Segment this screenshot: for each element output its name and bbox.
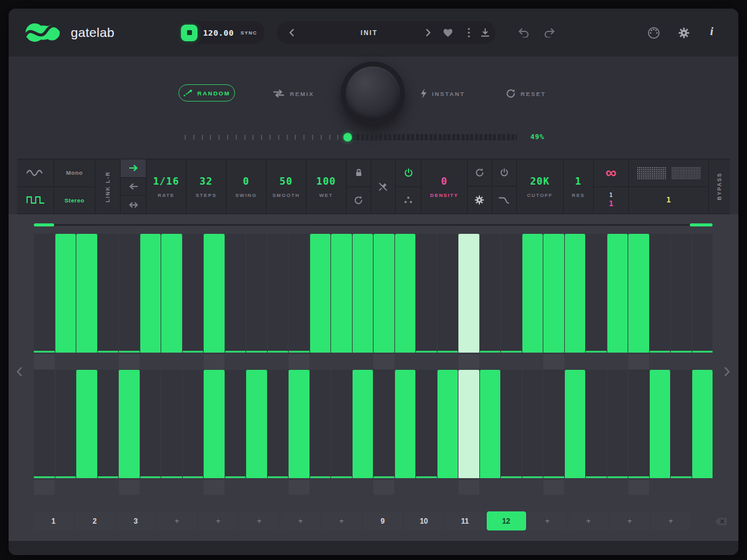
step-right-22[interactable] xyxy=(480,370,501,478)
square-wave-button[interactable] xyxy=(17,186,54,214)
step-right-25[interactable] xyxy=(543,370,564,478)
beat-marker[interactable] xyxy=(34,480,55,495)
step-left-1[interactable] xyxy=(34,234,55,353)
step-left-14[interactable] xyxy=(310,234,331,353)
link-lr-cell[interactable]: LINK L-R xyxy=(95,159,121,214)
pattern-button-2[interactable]: 2 xyxy=(75,511,114,530)
step-left-16[interactable] xyxy=(353,234,374,353)
page-right-button[interactable] xyxy=(722,366,731,378)
trigger-cell[interactable] xyxy=(371,159,396,214)
pattern-button-4[interactable]: + xyxy=(158,511,197,530)
step-right-18[interactable] xyxy=(395,370,416,478)
step-right-10[interactable] xyxy=(225,370,246,478)
step-left-27[interactable] xyxy=(586,234,607,353)
step-left-32[interactable] xyxy=(692,234,713,353)
noise-pattern-b-button[interactable] xyxy=(671,167,701,179)
step-right-20[interactable] xyxy=(437,370,458,478)
steps-cell[interactable]: 32 STEPS xyxy=(186,159,226,214)
step-right-21[interactable] xyxy=(458,370,479,478)
favorite-button[interactable] xyxy=(442,26,454,39)
filter-loop-button[interactable] xyxy=(468,159,492,186)
step-left-30[interactable] xyxy=(650,234,671,353)
rate-cell[interactable]: 1/16 RATE xyxy=(146,159,186,214)
pattern-button-10[interactable]: 10 xyxy=(404,511,444,530)
save-preset-button[interactable] xyxy=(479,26,491,39)
step-right-11[interactable] xyxy=(246,370,267,478)
play-stop-button[interactable] xyxy=(181,25,198,41)
pattern-button-8[interactable]: + xyxy=(322,511,361,530)
beat-marker[interactable] xyxy=(34,354,55,369)
step-right-27[interactable] xyxy=(586,370,607,478)
step-left-3[interactable] xyxy=(76,234,97,353)
stereo-button[interactable]: Stereo xyxy=(54,186,95,214)
pattern-button-5[interactable]: + xyxy=(199,511,238,530)
pattern-button-12[interactable]: 12 xyxy=(487,511,526,530)
filter-envelope-button[interactable] xyxy=(492,186,517,214)
step-left-13[interactable] xyxy=(289,234,310,353)
pattern-button-1[interactable]: 1 xyxy=(34,511,73,530)
step-left-26[interactable] xyxy=(565,234,586,353)
step-left-7[interactable] xyxy=(161,234,182,353)
density-cell[interactable]: 0 DENSITY xyxy=(421,159,468,214)
step-right-30[interactable] xyxy=(650,370,671,478)
page-left-button[interactable] xyxy=(15,366,23,378)
step-left-21[interactable] xyxy=(458,234,479,353)
beat-marker[interactable] xyxy=(374,480,394,495)
pattern-button-13[interactable]: + xyxy=(528,511,567,530)
beat-marker[interactable] xyxy=(289,480,310,495)
step-right-2[interactable] xyxy=(55,370,76,478)
bypass-cell[interactable]: BYPASS xyxy=(709,159,730,214)
step-left-29[interactable] xyxy=(628,234,649,353)
step-left-10[interactable] xyxy=(225,234,246,353)
midi-settings-button[interactable] xyxy=(647,26,660,39)
bpm-display[interactable]: 120.00 xyxy=(203,28,234,38)
beat-marker[interactable] xyxy=(204,354,225,369)
step-right-31[interactable] xyxy=(671,370,692,478)
beat-marker[interactable] xyxy=(458,354,479,369)
randomness-slider[interactable] xyxy=(185,132,517,143)
step-left-19[interactable] xyxy=(416,234,437,353)
infinity-button[interactable]: ∞ xyxy=(594,159,628,186)
step-right-28[interactable] xyxy=(607,370,628,478)
sine-wave-button[interactable] xyxy=(17,159,54,186)
remix-mode-button[interactable]: REMIX xyxy=(273,88,314,99)
step-left-11[interactable] xyxy=(246,234,267,353)
reset-button[interactable]: RESET xyxy=(506,88,546,99)
preset-next-button[interactable] xyxy=(422,26,434,39)
step-left-6[interactable] xyxy=(140,234,161,353)
delete-pattern-button[interactable] xyxy=(714,516,727,526)
pattern-button-3[interactable]: 3 xyxy=(116,511,156,530)
step-right-8[interactable] xyxy=(183,370,204,478)
beat-marker[interactable] xyxy=(458,480,479,495)
step-left-15[interactable] xyxy=(331,234,352,353)
pattern-button-16[interactable]: + xyxy=(651,511,690,530)
preset-name[interactable]: INIT xyxy=(314,21,425,44)
pattern-button-15[interactable]: + xyxy=(610,511,649,530)
step-left-20[interactable] xyxy=(437,234,458,353)
beat-marker[interactable] xyxy=(628,480,649,495)
step-right-13[interactable] xyxy=(289,370,310,478)
pattern-button-6[interactable]: + xyxy=(239,511,279,530)
probability-button[interactable] xyxy=(396,186,421,214)
random-mode-button[interactable]: RANDOM xyxy=(178,84,235,102)
step-right-7[interactable] xyxy=(161,370,182,478)
settings-button[interactable] xyxy=(678,27,690,39)
direction-pingpong-button[interactable] xyxy=(121,195,146,214)
step-right-1[interactable] xyxy=(34,370,55,478)
beat-marker[interactable] xyxy=(119,480,140,495)
pattern-button-9[interactable]: 9 xyxy=(363,511,402,530)
euclid-value-control[interactable]: 1 1 xyxy=(594,186,628,214)
step-left-18[interactable] xyxy=(395,234,416,353)
step-right-3[interactable] xyxy=(76,370,97,478)
swing-cell[interactable]: 0 SWING xyxy=(226,159,266,214)
beat-marker[interactable] xyxy=(543,354,564,369)
direction-reverse-button[interactable] xyxy=(121,177,146,196)
step-left-8[interactable] xyxy=(183,234,204,353)
main-knob[interactable] xyxy=(346,66,400,121)
beat-marker[interactable] xyxy=(204,480,225,495)
step-left-28[interactable] xyxy=(607,234,628,353)
step-left-5[interactable] xyxy=(119,234,140,353)
res-control[interactable]: 1 RES xyxy=(563,159,593,214)
step-right-5[interactable] xyxy=(119,370,140,478)
sync-toggle[interactable]: SYNC xyxy=(241,30,257,36)
